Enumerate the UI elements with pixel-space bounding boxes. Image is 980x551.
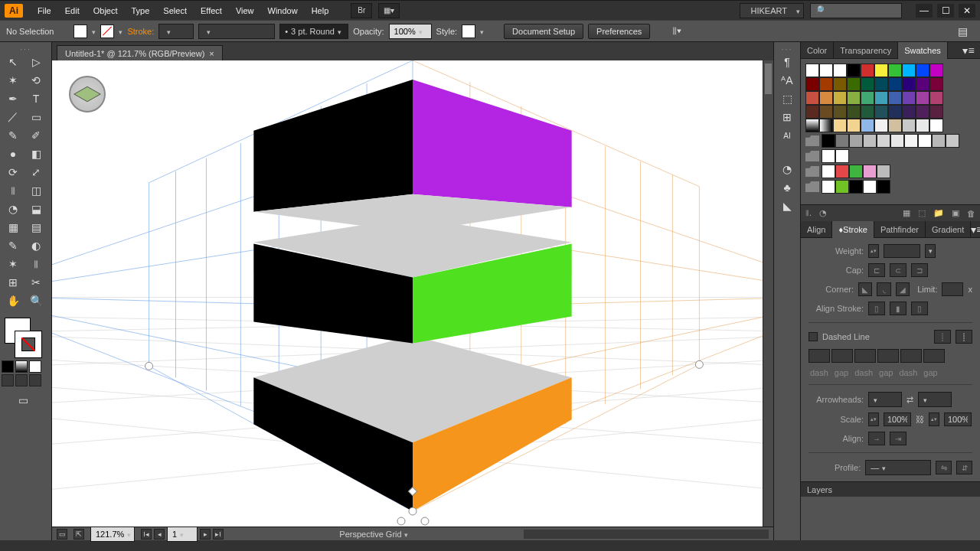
cap-projecting-button[interactable]: ⊐ xyxy=(911,263,928,277)
direct-selection-tool[interactable]: ▷ xyxy=(24,53,47,71)
tab-stroke[interactable]: ♦Stroke xyxy=(832,221,874,238)
swatch[interactable] xyxy=(932,134,946,148)
first-artboard-button[interactable]: I◂ xyxy=(141,529,152,540)
swatch[interactable] xyxy=(929,91,943,105)
swatch[interactable] xyxy=(888,119,902,132)
new-folder-icon[interactable]: 📁 xyxy=(933,208,944,218)
brushes-panel-icon[interactable]: ◣ xyxy=(776,197,799,215)
rotate-tool[interactable]: ⟳ xyxy=(2,163,24,181)
tab-pathfinder[interactable]: Pathfinder xyxy=(874,221,926,238)
draw-normal-button[interactable] xyxy=(2,374,14,386)
lasso-tool[interactable]: ⟲ xyxy=(24,71,47,90)
align-panel-icon[interactable]: ⊞ xyxy=(776,108,799,126)
bridge-icon[interactable]: Br xyxy=(351,3,372,18)
swatch[interactable] xyxy=(874,91,888,105)
gap-input[interactable] xyxy=(877,349,899,363)
screen-mode-button[interactable]: ▭ xyxy=(2,391,44,409)
type-tool[interactable]: T xyxy=(24,90,47,108)
perspective-plane-widget[interactable] xyxy=(69,76,106,112)
swatch[interactable] xyxy=(861,105,874,119)
swatch-group-icon[interactable] xyxy=(805,181,819,192)
swatch[interactable] xyxy=(916,91,929,105)
swatch[interactable] xyxy=(877,165,890,178)
last-artboard-button[interactable]: ▸I xyxy=(213,529,224,540)
minimize-button[interactable]: — xyxy=(916,4,933,18)
transform-panel-icon[interactable]: ⬚ xyxy=(776,90,799,108)
swatch[interactable] xyxy=(847,105,861,119)
swatch[interactable] xyxy=(902,119,916,132)
symbols-panel-icon[interactable]: ♣ xyxy=(776,178,799,197)
swatch[interactable] xyxy=(929,119,943,132)
weight-dropdown[interactable] xyxy=(925,244,936,258)
menu-view[interactable]: View xyxy=(229,2,261,20)
swatch[interactable] xyxy=(847,119,861,132)
prev-artboard-button[interactable]: ◂ xyxy=(154,529,165,540)
weight-input[interactable] xyxy=(884,244,920,258)
swatch[interactable] xyxy=(890,134,904,148)
slice-tool[interactable]: ✂ xyxy=(24,273,47,292)
close-button[interactable]: ✕ xyxy=(959,4,975,18)
color-mode-button[interactable] xyxy=(2,360,14,373)
swatch[interactable] xyxy=(819,64,833,77)
swap-arrowheads-icon[interactable]: ⇄ xyxy=(906,395,913,405)
swatch[interactable] xyxy=(835,149,849,163)
swatch[interactable] xyxy=(847,64,861,77)
swatch[interactable] xyxy=(835,180,849,194)
menu-type[interactable]: Type xyxy=(125,2,157,20)
blob-brush-tool[interactable]: ● xyxy=(2,145,24,163)
graphic-style-swatch[interactable] xyxy=(462,24,475,38)
link-scales-icon[interactable]: ⛓ xyxy=(916,415,924,424)
panel-grip[interactable] xyxy=(2,45,50,53)
document-tab[interactable]: Untitled-1* @ 121.7% (RGB/Preview) × xyxy=(57,45,223,60)
perspective-grid-tool[interactable]: ⬓ xyxy=(24,200,47,218)
horizontal-scrollbar[interactable] xyxy=(524,530,769,539)
flip-along-button[interactable]: ⇋ xyxy=(936,461,952,474)
canvas[interactable] xyxy=(52,60,773,527)
swatch[interactable] xyxy=(805,64,819,77)
swatch[interactable] xyxy=(874,64,888,77)
swatch[interactable] xyxy=(946,134,959,148)
swatch[interactable] xyxy=(833,105,847,119)
gradient-mode-button[interactable] xyxy=(15,360,28,373)
swatch[interactable] xyxy=(902,77,916,91)
stroke-weight-dropdown[interactable] xyxy=(158,24,194,39)
line-segment-tool[interactable]: ／ xyxy=(2,108,24,126)
corner-bevel-button[interactable]: ◢ xyxy=(896,282,910,296)
swatch[interactable] xyxy=(835,165,849,178)
artboard-number-dropdown[interactable]: 1 xyxy=(167,527,198,542)
menu-edit[interactable]: Edit xyxy=(58,2,87,20)
symbol-sprayer-tool[interactable]: ✶ xyxy=(2,255,24,273)
menu-file[interactable]: File xyxy=(31,2,58,20)
swatch[interactable] xyxy=(916,105,929,119)
workspace-switcher[interactable]: HIKEART xyxy=(740,3,804,18)
swatch[interactable] xyxy=(888,91,902,105)
swatch[interactable] xyxy=(888,105,902,119)
swatch[interactable] xyxy=(929,64,943,77)
arrow-extend-button[interactable]: → xyxy=(868,432,885,445)
magic-wand-tool[interactable]: ✶ xyxy=(2,71,24,90)
swatch[interactable] xyxy=(849,165,863,178)
swatch[interactable] xyxy=(902,105,916,119)
dash-align-button[interactable]: ┋ xyxy=(956,330,972,344)
free-transform-tool[interactable]: ◫ xyxy=(24,181,47,200)
align-stroke-outside-button[interactable]: ▯ xyxy=(911,302,928,315)
swatch-libraries-icon[interactable]: ⫴. xyxy=(805,208,812,218)
new-color-group-icon[interactable]: ⬚ xyxy=(918,208,926,218)
swatch[interactable] xyxy=(819,105,833,119)
panel-menu-icon[interactable]: ▾≡ xyxy=(971,220,980,239)
align-stroke-center-button[interactable]: ▯ xyxy=(868,302,885,315)
pencil-tool[interactable]: ✐ xyxy=(24,126,47,145)
swatch[interactable] xyxy=(877,180,890,194)
draw-inside-button[interactable] xyxy=(29,374,41,386)
shape-builder-tool[interactable]: ◔ xyxy=(2,200,24,218)
show-swatch-kinds-icon[interactable]: ◔ xyxy=(819,208,827,218)
blend-tool[interactable]: ◐ xyxy=(24,236,47,255)
panel-grip[interactable] xyxy=(774,45,800,53)
dash-input[interactable] xyxy=(808,349,830,363)
scale-tool[interactable]: ⤢ xyxy=(24,163,47,181)
document-setup-button[interactable]: Document Setup xyxy=(504,24,583,39)
dash-input[interactable] xyxy=(900,349,922,363)
swatch[interactable] xyxy=(861,64,874,77)
paintbrush-tool[interactable]: ✎ xyxy=(2,126,24,145)
new-swatch-icon[interactable]: ▣ xyxy=(952,208,959,218)
